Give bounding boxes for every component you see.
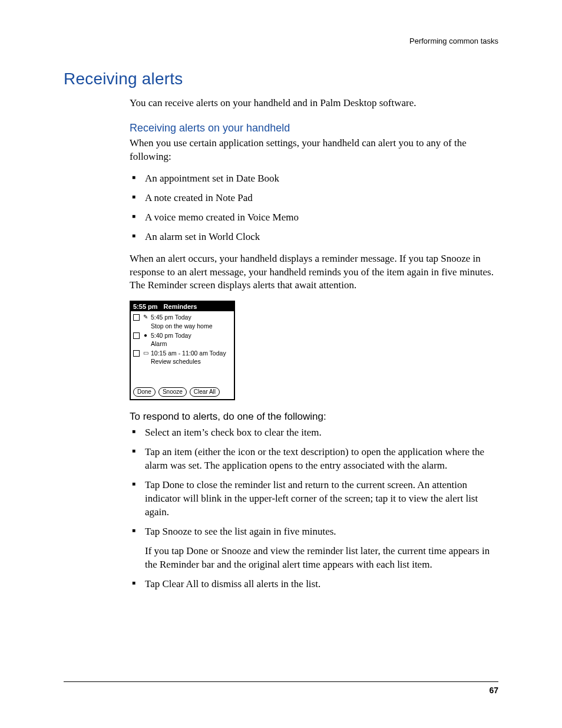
reminder-line: 10:15 am - 11:00 am Today [151,350,232,357]
list-item: An appointment set in Date Book [130,172,498,186]
checkbox-icon [133,314,140,321]
snooze-button[interactable]: Snooze [158,387,187,397]
page: Performing common tasks Receiving alerts… [0,0,562,728]
respond-list: Select an item’s check box to clear the … [130,426,498,591]
reminders-title: Reminders [164,303,197,310]
reminder-subtext: Review schedules [151,358,232,365]
page-number: 67 [489,686,498,695]
footer-rule [64,681,498,682]
after-list-paragraph: When an alert occurs, your handheld disp… [130,252,498,293]
content-area: Receiving alerts You can receive alerts … [64,70,498,599]
intro-paragraph: You can receive alerts on your handheld … [130,97,498,110]
reminders-button-row: Done Snooze Clear All [131,386,234,399]
section-title: Receiving alerts [64,70,498,88]
reminder-subtext: Stop on the way home [151,322,232,330]
list-item: A note created in Note Pad [130,192,498,205]
list-item-text: Tap Snooze to see the list again in five… [145,526,336,537]
reminder-subtext: Alarm [151,340,232,348]
reminder-line: 5:45 pm Today [151,314,232,321]
list-item: A voice memo created in Voice Memo [130,211,498,225]
list-item: Select an item’s check box to clear the … [130,426,498,440]
datebook-icon: ▭ [142,350,149,356]
reminders-body: ✎ 5:45 pm Today Stop on the way home ● 5… [131,311,234,386]
reminder-row: ▭ 10:15 am - 11:00 am Today [133,350,232,357]
list-item: Tap Done to close the reminder list and … [130,479,498,519]
reminder-row: ✎ 5:45 pm Today [133,314,232,321]
list-item: An alarm set in World Clock [130,230,498,244]
reminder-row: ● 5:40 pm Today [133,332,232,340]
checkbox-icon [133,350,140,357]
subsection-title: Receiving alerts on your handheld [130,122,498,134]
alert-types-list: An appointment set in Date Book A note c… [130,172,498,244]
subsection-intro: When you use certain application setting… [130,137,498,164]
reminder-line: 5:40 pm Today [151,332,232,340]
clear-all-button[interactable]: Clear All [190,387,220,397]
running-head: Performing common tasks [409,37,498,45]
checkbox-icon [133,332,140,339]
body-block: You can receive alerts on your handheld … [130,97,498,591]
list-item: Tap Clear All to dismiss all alerts in t… [130,578,498,591]
list-item-subtext: If you tap Done or Snooze and view the r… [145,545,498,572]
note-icon: ✎ [142,314,149,320]
list-item: Tap Snooze to see the list again in five… [130,525,498,572]
done-button[interactable]: Done [133,387,156,397]
reminders-clock: 5:55 pm [133,303,158,310]
reminders-screenshot: 5:55 pm Reminders ✎ 5:45 pm Today Stop o… [130,301,235,400]
list-item: Tap an item (either the icon or the text… [130,446,498,473]
alarm-icon: ● [142,332,149,338]
reminders-titlebar: 5:55 pm Reminders [131,302,234,311]
respond-heading: To respond to alerts, do one of the foll… [130,411,498,423]
